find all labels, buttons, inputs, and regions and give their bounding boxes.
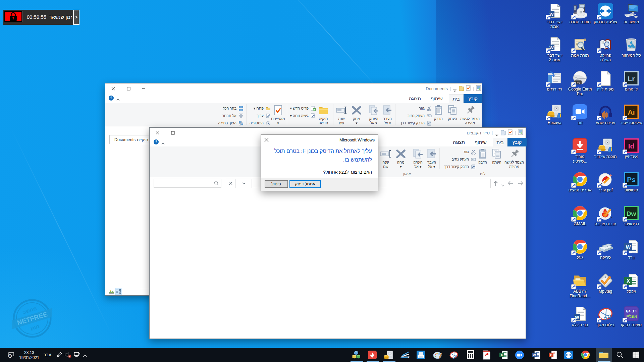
svg-text:Ai: Ai: [628, 108, 635, 116]
svg-text:X: X: [501, 353, 503, 357]
svg-text:1: 1: [9, 355, 11, 357]
svg-text:W: W: [626, 244, 631, 250]
svg-text:Dw: Dw: [627, 210, 636, 217]
svg-text:מוגן: מוגן: [30, 323, 40, 331]
svg-text:W: W: [533, 353, 536, 357]
svg-text:Ps: Ps: [627, 176, 636, 183]
svg-text:Id: Id: [628, 142, 635, 150]
svg-text:P: P: [550, 353, 552, 357]
svg-text:Lr: Lr: [628, 75, 635, 82]
svg-text:רב-קו: רב-קו: [626, 308, 637, 313]
svg-text:NETFREE: NETFREE: [16, 310, 48, 326]
svg-text:Pro: Pro: [576, 81, 581, 84]
svg-text:W..: W..: [428, 115, 430, 117]
svg-text:X: X: [627, 278, 630, 284]
svg-text:W..: W..: [472, 159, 475, 161]
